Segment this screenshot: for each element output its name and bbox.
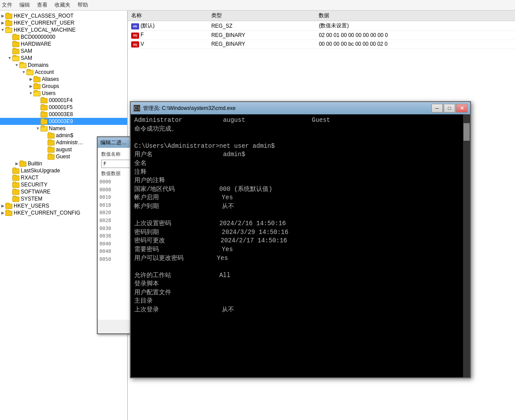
toggle-aliases[interactable]: ▶ <box>28 77 33 82</box>
folder-icon-bcd <box>12 34 19 40</box>
folder-icon-domains <box>19 62 26 68</box>
table-row[interactable]: ab (默认)REG_SZ(数值未设置) <box>128 21 515 31</box>
tree-item-account[interactable]: ▼ Account <box>0 69 127 76</box>
tree-item-names[interactable]: ▼ Names <box>0 125 127 132</box>
toggle-rxact <box>7 175 12 180</box>
table-row[interactable]: 00| VREG_BINARY00 00 00 00 bc 00 00 00 0… <box>128 40 515 49</box>
folder-icon-aliases <box>33 76 40 82</box>
tree-item-domains[interactable]: ▼ Domains <box>0 62 127 69</box>
tree-item-u2[interactable]: 000001F5 <box>0 104 127 111</box>
cmd-restore-button[interactable]: □ <box>444 104 455 113</box>
toggle-guest <box>42 154 48 159</box>
toggle-administrator <box>42 140 48 145</box>
toggle-lastsku <box>7 168 12 173</box>
tree-item-users[interactable]: ▼ Users <box>0 90 127 97</box>
toggle-users[interactable]: ▼ <box>28 91 33 96</box>
cmd-minimize-button[interactable]: ─ <box>431 104 443 113</box>
cmd-line <box>134 263 467 271</box>
toggle-sam1[interactable] <box>7 48 12 54</box>
binary-offset: 0010 <box>99 194 115 201</box>
toggle-names[interactable]: ▼ <box>35 126 40 131</box>
cmd-window[interactable]: C:\ 管理员: C:\Windows\system32\cmd.exe ─ □… <box>130 101 471 378</box>
tree-item-hardware[interactable]: HARDWARE <box>0 40 127 47</box>
value-table: 名称 类型 数据 ab (默认)REG_SZ(数值未设置)00| FREG_BI… <box>128 11 515 49</box>
toggle-builtin[interactable]: ▶ <box>14 161 19 166</box>
label-hkcr: HKEY_CLASSES_ROOT <box>14 13 127 19</box>
cmd-close-button[interactable]: ✕ <box>456 104 467 113</box>
toggle-hku[interactable]: ▶ <box>0 203 5 208</box>
folder-icon-groups <box>33 83 40 89</box>
folder-icon-hkcc <box>5 210 12 216</box>
tree-item-u3[interactable]: 000003E8 <box>0 111 127 118</box>
toggle-groups[interactable]: ▶ <box>28 84 33 89</box>
tree-item-hkcu[interactable]: ▶ HKEY_CURRENT_USER <box>0 19 127 26</box>
cmd-line: C:\Users\Administrator>net user admin$ <box>134 142 467 151</box>
folder-icon-admins <box>48 132 55 139</box>
toggle-hkcr[interactable]: ▶ <box>0 13 5 18</box>
folder-icon-hkcu <box>5 20 12 26</box>
binary-offset: 0048 <box>99 248 115 256</box>
cmd-title-text: 管理员: C:\Windows\system32\cmd.exe <box>143 105 431 112</box>
tree-item-hklm[interactable]: ▼ HKEY_LOCAL_MACHINE <box>0 26 127 33</box>
tree-item-sam2[interactable]: ▼ SAM <box>0 55 127 62</box>
tree-item-hkcr[interactable]: ▶ HKEY_CLASSES_ROOT <box>0 12 127 19</box>
toggle-hkcu[interactable]: ▶ <box>0 20 5 26</box>
folder-icon-sam2 <box>12 55 19 61</box>
label-u4: 000003E9 <box>49 118 127 124</box>
folder-icon-system <box>12 196 19 202</box>
tree-item-sam1[interactable]: SAM <box>0 47 127 55</box>
toggle-august <box>42 147 48 152</box>
binary-offset: 0020 <box>99 209 115 217</box>
cmd-btn-group: ─ □ ✕ <box>431 104 467 113</box>
cmd-scroll-thumb[interactable] <box>464 123 470 141</box>
label-users: Users <box>42 90 127 96</box>
menu-file[interactable]: 文件 <box>2 1 12 9</box>
cmd-line: 用户的注释 <box>134 176 467 185</box>
table-row[interactable]: 00| FREG_BINARY02 00 01 00 00 00 00 00 0… <box>128 31 515 40</box>
binary-editor-title: 编辑二进… <box>100 139 127 146</box>
toggle-sam2[interactable]: ▼ <box>7 55 12 61</box>
cmd-line: 允许的工作站 All <box>134 271 467 280</box>
cmd-line: 登录脚本 <box>134 280 467 289</box>
label-hkcu: HKEY_CURRENT_USER <box>14 20 127 26</box>
menu-view[interactable]: 查看 <box>37 1 48 9</box>
menu-favorites[interactable]: 收藏夹 <box>55 1 70 9</box>
toggle-hkcc[interactable]: ▶ <box>0 210 5 215</box>
cmd-line: 上次设置密码 2024/2/16 14:50:16 <box>134 219 467 228</box>
tree-item-u1[interactable]: 000001F4 <box>0 97 127 104</box>
col-data: 数据 <box>315 11 515 21</box>
menu-edit[interactable]: 编辑 <box>19 1 30 9</box>
label-bcd: BCD00000000 <box>21 34 127 40</box>
cmd-line: 注释 <box>134 168 467 177</box>
folder-icon-rxact <box>12 175 19 181</box>
cmd-line: 帐户启用 Yes <box>134 194 467 202</box>
tree-item-u4[interactable]: 000003E9 <box>0 118 127 125</box>
cmd-line: 密码到期 2024/3/29 14:50:16 <box>134 228 467 237</box>
toggle-account[interactable]: ▼ <box>21 69 26 75</box>
toggle-hklm[interactable]: ▼ <box>0 27 5 33</box>
toggle-domains[interactable]: ▼ <box>14 62 19 68</box>
cmd-line: 用户配置文件 <box>134 289 467 297</box>
tree-item-groups[interactable]: ▶ Groups <box>0 83 127 90</box>
cmd-line: 帐户到期 从不 <box>134 202 467 211</box>
folder-icon-august <box>48 146 55 153</box>
toggle-hardware[interactable] <box>7 41 12 47</box>
label-domains: Domains <box>28 62 127 68</box>
label-hklm: HKEY_LOCAL_MACHINE <box>14 27 127 33</box>
folder-icon-lastsku <box>12 168 19 174</box>
toggle-bcd[interactable] <box>7 34 12 40</box>
label-account: Account <box>35 69 127 75</box>
cmd-scrollbar[interactable] <box>463 114 470 377</box>
cmd-body[interactable]: Administrator august Guest命令成功完成。 C:\Use… <box>131 114 470 377</box>
cmd-line: 国家/地区代码 000 (系统默认值) <box>134 185 467 194</box>
folder-icon-hkcr <box>5 13 12 19</box>
binary-offset: 0028 <box>99 217 115 225</box>
label-groups: Groups <box>42 83 127 89</box>
binary-offset: 0018 <box>99 201 115 209</box>
tree-item-bcd[interactable]: BCD00000000 <box>0 33 127 40</box>
binary-offset: 0038 <box>99 232 115 240</box>
folder-icon-sam1 <box>12 48 19 54</box>
tree-item-aliases[interactable]: ▶ Aliases <box>0 76 127 83</box>
menu-help[interactable]: 帮助 <box>77 1 88 9</box>
label-sam2: SAM <box>21 55 127 61</box>
